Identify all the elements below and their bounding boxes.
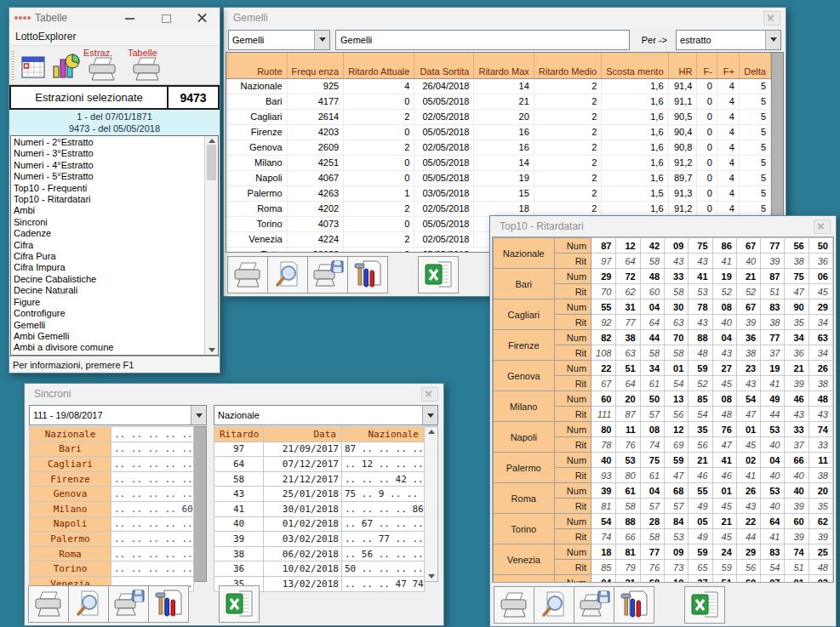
list-item[interactable]: Top10 - Ritardatari — [14, 194, 204, 205]
column-header[interactable]: Ritardo — [214, 427, 264, 442]
table-row[interactable]: Firenze.. .. .. .. .. — [30, 471, 194, 487]
table-row[interactable]: Bari.. .. .. .. .. — [30, 442, 194, 457]
table-row[interactable]: Nazionale.. .. .. .. .. — [30, 427, 194, 442]
table-row[interactable]: VeneziaNum18817709592429837425 — [494, 544, 833, 560]
table-row[interactable]: TorinoNum54882884052122646062 — [494, 514, 833, 529]
preview-button[interactable] — [267, 256, 308, 294]
ruota-select[interactable]: Nazionale — [214, 405, 438, 425]
calendar-button[interactable] — [17, 50, 49, 83]
table-row[interactable]: Milano.. .. .. .. 60 — [30, 501, 194, 516]
table-row[interactable]: 3806/02/2018.. 56 .. .. .. — [214, 546, 425, 561]
table-row[interactable]: Cagliari.. .. .. .. .. — [30, 457, 194, 472]
table-row[interactable]: TutteNum04216810375160070102 — [494, 575, 833, 584]
list-item[interactable]: Sincroni — [14, 217, 204, 228]
table-row[interactable]: Milano4251005/05/20181421,691,2045 — [226, 155, 771, 170]
list-item[interactable]: Controfigure — [14, 308, 204, 319]
list-item[interactable]: Decine Cabalistiche — [14, 274, 204, 285]
print-button[interactable] — [28, 585, 69, 623]
statistics-button[interactable] — [49, 50, 82, 83]
list-item[interactable]: Numeri - 5°Estratto — [14, 171, 204, 182]
table-row[interactable]: Napoli.. .. .. .. .. — [30, 516, 194, 532]
column-header[interactable]: Ritardo Attuale — [344, 53, 414, 79]
scrollbar[interactable] — [194, 426, 207, 582]
print-button[interactable] — [494, 586, 534, 624]
list-item[interactable]: Cifra Pura — [14, 251, 204, 262]
column-header[interactable]: HR — [668, 53, 697, 79]
list-item[interactable]: Gemelli — [14, 320, 204, 331]
top10-titlebar[interactable]: Top10 - Ritardatari — [490, 216, 836, 237]
table-row[interactable]: NapoliNum80110812357601533374 — [494, 422, 833, 437]
table-row[interactable]: 4325/01/201875 .. 9 .. .. — [214, 487, 425, 502]
scrollbar[interactable] — [204, 136, 218, 355]
table-row[interactable]: Torino.. .. .. .. .. — [30, 561, 194, 577]
column-header[interactable]: Data — [264, 427, 342, 442]
list-item[interactable]: Decine Naturali — [14, 285, 204, 296]
tabelle-titlebar[interactable]: Tabelle — [9, 8, 220, 28]
minimize-button[interactable] — [124, 12, 136, 24]
table-row[interactable]: Napoli4067005/05/20181921,689,7045 — [226, 170, 771, 185]
maximize-button[interactable] — [160, 12, 172, 24]
settings-button[interactable] — [148, 585, 189, 623]
list-item[interactable]: Cadenze — [14, 228, 204, 239]
table-row[interactable]: FirenzeNum82384470880436773463 — [494, 330, 833, 345]
table-row[interactable]: CagliariNum55310430780867839029 — [494, 299, 833, 315]
per-select[interactable]: estratto — [676, 30, 781, 50]
column-header[interactable]: F+ — [717, 53, 739, 79]
settings-button[interactable] — [614, 586, 654, 624]
table-row[interactable]: BariNum29724833411921877506 — [494, 269, 833, 284]
table-row[interactable]: Roma4202202/05/20181821,691,2045 — [226, 201, 771, 216]
print-save-button[interactable] — [574, 586, 614, 624]
list-item[interactable]: Numeri - 2°Estratto — [14, 137, 204, 148]
table-row[interactable]: Genova2609202/05/20181621,690,8045 — [226, 140, 771, 155]
table-row[interactable]: Palermo.. .. .. .. .. — [30, 532, 194, 547]
print-estrazioni-button[interactable]: Estraz. — [82, 48, 126, 83]
column-header[interactable]: Data Sortita — [414, 53, 474, 79]
table-row[interactable]: RomaNum39610468550126534020 — [494, 483, 833, 499]
column-header[interactable]: Ruote — [226, 53, 287, 79]
list-item[interactable]: Ambi Complementari — [14, 354, 204, 355]
table-row[interactable]: Roma.. .. .. .. .. — [30, 546, 194, 561]
table-row[interactable]: Genova.. .. .. .. .. — [30, 487, 194, 502]
table-row[interactable]: Firenze4203005/05/20181621,690,4045 — [226, 124, 771, 140]
scroll-up-icon[interactable] — [209, 139, 215, 143]
table-row[interactable]: PalermoNum40537559214102046611 — [494, 453, 833, 468]
scrollbar[interactable] — [425, 426, 438, 582]
table-row[interactable]: 4130/01/2018.. .. .. .. 86 — [214, 501, 425, 516]
scroll-down-icon[interactable] — [209, 348, 215, 352]
table-row[interactable]: GenovaNum22513401592723192126 — [494, 361, 833, 376]
table-row[interactable]: 4001/02/2018.. 67 .. .. .. — [214, 516, 425, 532]
close-icon[interactable] — [763, 11, 780, 26]
table-row[interactable]: Nazionale925426/04/20181421,691,4045 — [226, 78, 771, 94]
menu-lottoexplorer[interactable]: LottoExplorer — [9, 28, 220, 46]
excel-export-button[interactable] — [418, 256, 459, 294]
table-name-field[interactable]: Gemelli — [335, 30, 630, 50]
table-row[interactable]: MilanoNum60205013850854494648 — [494, 391, 833, 407]
column-header[interactable]: Scosta mento — [602, 53, 668, 79]
table-row[interactable]: Palermo4263103/05/20181521,591,3045 — [226, 185, 771, 201]
print-tabelle-button[interactable]: Tabelle — [126, 48, 170, 83]
table-row[interactable]: 5821/12/2017.. .. .. 42 .. — [214, 471, 425, 487]
list-item[interactable]: Ambi a divisore comune — [14, 342, 204, 353]
list-item[interactable]: Ambi Gemelli — [14, 331, 204, 342]
table-row[interactable]: 3903/02/2018.. .. 77 .. .. — [214, 532, 425, 547]
scroll-down-icon[interactable] — [428, 574, 435, 579]
draw-select[interactable]: 111 - 19/08/2017 — [29, 405, 207, 425]
table-row[interactable]: 3610/02/201850 .. .. .. .. — [214, 561, 425, 577]
list-item[interactable]: Top10 - Frequenti — [14, 183, 204, 194]
close-icon[interactable] — [814, 219, 831, 234]
sincroni-titlebar[interactable]: Sincroni — [25, 384, 443, 404]
column-header[interactable]: F- — [697, 53, 717, 79]
close-icon[interactable] — [421, 387, 438, 402]
close-button[interactable] — [196, 12, 208, 24]
list-item[interactable]: Ambi — [14, 205, 204, 216]
list-item[interactable]: Cifra Impura — [14, 262, 204, 273]
column-header[interactable]: Nazionale — [342, 427, 425, 442]
list-item[interactable]: Numeri - 4°Estratto — [14, 160, 204, 171]
preview-button[interactable] — [68, 585, 109, 623]
print-save-button[interactable] — [307, 256, 348, 294]
excel-export-button[interactable] — [219, 585, 260, 623]
print-button[interactable] — [227, 256, 268, 294]
excel-export-button[interactable] — [684, 586, 725, 624]
column-header[interactable]: Ritardo Max — [474, 53, 534, 79]
gemelli-titlebar[interactable]: Gemelli — [224, 8, 786, 28]
